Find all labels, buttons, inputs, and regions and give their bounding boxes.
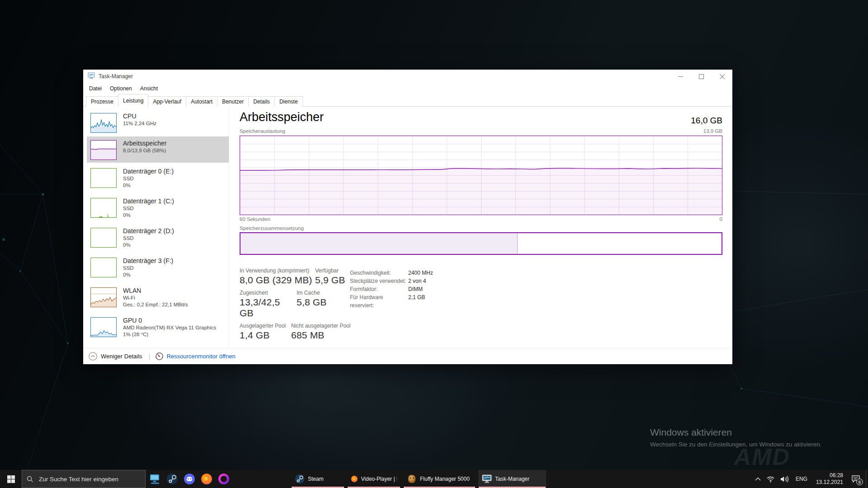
language-indicator[interactable]: ENG (792, 470, 811, 488)
stat-committed: Zugesichert 13,3/42,5 GB (240, 290, 297, 319)
discord-icon[interactable] (181, 470, 198, 488)
tab-prozesse[interactable]: Prozesse (86, 96, 118, 107)
start-button[interactable] (0, 470, 22, 488)
sidebar-disk1-usage: 0% (123, 212, 174, 219)
sidebar-wlan-type: Wi-Fi (123, 295, 188, 301)
tray-date: 13.12.2021 (816, 479, 843, 486)
steam-icon[interactable] (164, 470, 181, 488)
tab-details[interactable]: Details (248, 96, 275, 107)
tab-app-verlauf[interactable]: App-Verlauf (148, 96, 186, 107)
menu-ansicht[interactable]: Ansicht (136, 85, 162, 92)
disk1-minigraph-icon (90, 198, 117, 218)
sidebar-item-disk0[interactable]: Datenträger 0 (E:) SSD 0% (87, 164, 229, 192)
sidebar-item-cpu[interactable]: CPU 11% 2,24 GHz (87, 109, 229, 136)
sidebar-disk3-title: Datenträger 3 (F:) (123, 257, 173, 265)
tray-time: 06:28 (816, 472, 843, 479)
window-title: Task-Manager (99, 73, 133, 80)
sidebar-disk2-type: SSD (123, 235, 174, 242)
tray-chevron-up-icon[interactable] (752, 470, 764, 488)
menu-datei[interactable]: Datei (85, 85, 106, 92)
cpu-minigraph-icon (90, 113, 117, 133)
taskbar: Steam Video-Player | Disn... (0, 470, 868, 488)
stat-in-use: In Verwendung (komprimiert) 8,0 GB (329 … (240, 267, 315, 286)
sidebar-memory-title: Arbeitsspeicher (123, 139, 167, 147)
tab-strip: Prozesse Leistung App-Verlauf Autostart … (83, 94, 732, 107)
sidebar-wlan-stats: Ges.: 0,2 Empf.: 22,1 MBit/s (123, 301, 188, 308)
sidebar-item-gpu[interactable]: GPU 0 AMD Radeon(TM) RX Vega 11 Graphics… (87, 314, 229, 341)
show-desktop-button[interactable] (866, 470, 868, 488)
taskbar-app-fluffy-manager[interactable]: Fluffy Manager 5000 (403, 470, 476, 488)
firefox-icon[interactable] (198, 470, 215, 488)
clock[interactable]: 06:28 13.12.2021 (811, 472, 848, 486)
sidebar-disk1-title: Datenträger 1 (C:) (123, 197, 174, 205)
memory-hardware-details: Geschwindigkeit: 2400 MHz Steckplätze ve… (350, 269, 433, 310)
watermark-title: Windows aktivieren (650, 427, 821, 438)
sidebar-disk1-type: SSD (123, 205, 174, 212)
task-manager-icon (88, 72, 95, 80)
close-button[interactable] (712, 70, 732, 83)
performance-sidebar: CPU 11% 2,24 GHz Arbeitsspeicher 8,0/13,… (87, 109, 229, 341)
memory-usage-chart (240, 136, 722, 215)
taskbar-search[interactable] (22, 470, 146, 488)
minimize-button[interactable] (670, 70, 691, 83)
wifi-icon[interactable] (764, 470, 778, 488)
menu-optionen[interactable]: Optionen (106, 85, 136, 92)
volume-icon[interactable] (778, 470, 792, 488)
sidebar-item-wlan[interactable]: WLAN Wi-Fi Ges.: 0,2 Empf.: 22,1 MBit/s (87, 284, 229, 311)
usage-chart-max: 13,9 GB (703, 128, 722, 134)
composition-used-segment (241, 233, 518, 254)
this-pc-icon[interactable] (146, 470, 164, 488)
taskbar-app-steam[interactable]: Steam (291, 470, 344, 488)
sidebar-item-disk1[interactable]: Datenträger 1 (C:) SSD 0% (87, 194, 229, 221)
action-center-button[interactable]: 6 (848, 470, 866, 488)
sidebar-item-memory[interactable]: Arbeitsspeicher 8,0/13,9 GB (58%) (87, 136, 229, 163)
maximize-button[interactable] (691, 70, 712, 83)
sidebar-disk0-type: SSD (123, 175, 174, 182)
taskbar-app-task-manager[interactable]: Task-Manager (478, 470, 546, 488)
titlebar[interactable]: Task-Manager (83, 70, 732, 83)
window-footer: Weniger Details | Ressourcenmonitor öffn… (83, 348, 732, 364)
sidebar-item-disk2[interactable]: Datenträger 2 (D:) SSD 0% (87, 224, 229, 251)
steam-app-icon (295, 474, 305, 484)
tab-autostart[interactable]: Autostart (186, 96, 217, 107)
gpu-minigraph-icon (90, 317, 117, 337)
sidebar-memory-stats: 8,0/13,9 GB (58%) (123, 147, 167, 154)
app-label: Video-Player | Disn... (361, 476, 397, 482)
sidebar-disk0-title: Datenträger 0 (E:) (123, 167, 174, 175)
tab-dienste[interactable]: Dienste (274, 96, 303, 107)
opera-icon[interactable] (215, 470, 232, 488)
search-input[interactable] (38, 475, 128, 483)
detail-speed: Geschwindigkeit: 2400 MHz (350, 269, 433, 277)
tab-leistung[interactable]: Leistung (118, 94, 148, 107)
tab-benutzer[interactable]: Benutzer (217, 96, 249, 107)
wlan-minigraph-icon (90, 287, 117, 307)
system-tray: ENG 06:28 13.12.2021 6 (752, 470, 868, 488)
stat-cached: Im Cache 5,8 GB (297, 290, 327, 319)
pinned-icons (146, 470, 232, 488)
chart-x-left-label: 60 Sekunden (240, 216, 270, 222)
footer-separator: | (149, 352, 151, 360)
stat-paged-pool: Ausgelagerter Pool 1,4 GB (240, 323, 291, 341)
sidebar-wlan-title: WLAN (123, 286, 188, 295)
app-label: Fluffy Manager 5000 (420, 476, 470, 482)
open-resource-monitor-link[interactable]: Ressourcenmonitor öffnen (156, 352, 235, 360)
fewer-details-button[interactable]: Weniger Details (89, 352, 142, 361)
app-label: Task-Manager (495, 476, 529, 482)
disk3-minigraph-icon (90, 258, 117, 277)
sidebar-item-disk3[interactable]: Datenträger 3 (F:) SSD 0% (87, 254, 229, 281)
detail-slots: Steckplätze verwendet: 2 von 4 (350, 277, 433, 285)
sidebar-disk2-title: Datenträger 2 (D:) (123, 227, 174, 235)
memory-composition-bar[interactable] (240, 232, 722, 255)
stat-available: Verfügbar 5,9 GB (315, 267, 345, 286)
detail-hw-reserved: Für Hardware reserviert: 2,1 GB (350, 293, 433, 310)
composition-label: Speicherzusammensetzung (240, 225, 304, 231)
sidebar-cpu-title: CPU (123, 112, 156, 120)
sidebar-cpu-stats: 11% 2,24 GHz (123, 120, 156, 127)
sidebar-gpu-title: GPU 0 (123, 316, 216, 324)
amd-logo-text: AMD (734, 444, 790, 470)
panel-title: Arbeitsspeicher (240, 110, 324, 124)
sidebar-gpu-name: AMD Radeon(TM) RX Vega 11 Graphics (123, 324, 216, 331)
taskbar-app-video-player[interactable]: Video-Player | Disn... (347, 470, 401, 488)
search-icon (27, 476, 33, 483)
task-manager-window: Task-Manager Datei Optionen Ansicht P (83, 70, 732, 364)
